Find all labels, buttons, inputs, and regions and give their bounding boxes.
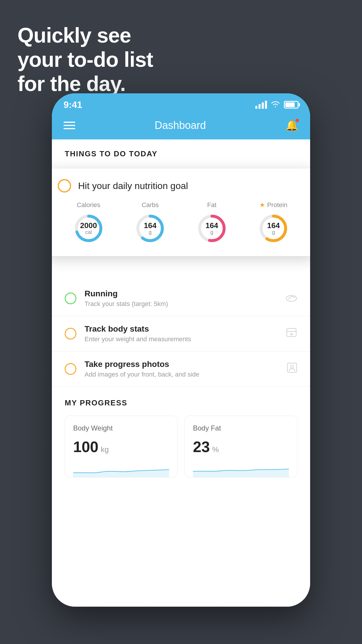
running-subtitle: Track your stats (target: 5km) <box>85 300 277 308</box>
body-fat-chart <box>193 463 289 477</box>
body-fat-card-title: Body Fat <box>193 424 289 432</box>
app-title: Dashboard <box>154 119 206 132</box>
running-title: Running <box>85 289 277 298</box>
body-weight-card-title: Body Weight <box>73 424 169 432</box>
progress-photos-checkbox[interactable] <box>65 363 76 375</box>
person-icon <box>287 363 297 375</box>
progress-photos-text: Take progress photos Add images of your … <box>85 360 279 378</box>
menu-icon[interactable] <box>64 122 75 129</box>
progress-cards: Body Weight 100 kg Body Fat <box>65 416 297 477</box>
app-content: THINGS TO DO TODAY Hit your daily nutrit… <box>52 139 310 607</box>
star-icon: ★ <box>259 201 265 209</box>
signal-icon <box>255 101 267 109</box>
protein-item: ★ Protein 164 g <box>257 201 289 244</box>
body-stats-checkbox[interactable] <box>65 328 76 340</box>
protein-unit: g <box>267 229 280 235</box>
body-weight-number: 100 <box>73 438 99 456</box>
body-stats-text: Track body stats Enter your weight and m… <box>85 324 277 343</box>
body-weight-chart <box>73 463 169 477</box>
protein-value: 164 <box>267 222 280 229</box>
running-checkbox[interactable] <box>65 293 76 304</box>
status-bar: 9:41 <box>52 93 310 114</box>
calories-value: 2000 <box>80 222 97 229</box>
body-weight-value-container: 100 kg <box>73 438 169 456</box>
phone-mockup: 9:41 Dashboard 🔔 <box>52 93 310 607</box>
scale-icon <box>286 327 297 340</box>
fat-label: Fat <box>207 201 217 209</box>
nutrition-checkbox[interactable] <box>58 179 71 192</box>
body-weight-card: Body Weight 100 kg <box>65 416 178 477</box>
status-time: 9:41 <box>64 99 82 110</box>
carbs-label: Carbs <box>142 201 159 209</box>
carbs-unit: g <box>144 229 157 235</box>
progress-photos-subtitle: Add images of your front, back, and side <box>85 371 279 378</box>
fat-donut: 164 g <box>196 212 228 244</box>
carbs-item: Carbs 164 g <box>134 201 166 244</box>
running-text: Running Track your stats (target: 5km) <box>85 289 277 308</box>
running-icon <box>286 293 297 304</box>
calories-label: Calories <box>77 201 100 209</box>
fat-unit: g <box>205 229 218 235</box>
progress-section: MY PROGRESS Body Weight 100 kg <box>52 398 310 477</box>
body-fat-card: Body Fat 23 % <box>184 416 297 477</box>
svg-point-11 <box>291 333 292 335</box>
calories-item: Calories 2000 cal <box>73 201 105 244</box>
body-stats-subtitle: Enter your weight and measurements <box>85 335 277 343</box>
calories-donut: 2000 cal <box>73 212 105 244</box>
body-fat-number: 23 <box>193 438 210 456</box>
carbs-donut: 164 g <box>134 212 166 244</box>
progress-header: MY PROGRESS <box>65 398 297 407</box>
fat-value: 164 <box>205 222 218 229</box>
nutrition-card: Hit your daily nutrition goal Calories 2… <box>52 169 310 256</box>
fat-item: Fat 164 g <box>196 201 228 244</box>
todo-list: Running Track your stats (target: 5km) T… <box>52 281 310 387</box>
things-to-do-header: THINGS TO DO TODAY <box>52 139 310 164</box>
hero-headline: Quickly see your to-do list for the day. <box>17 23 153 96</box>
carbs-value: 164 <box>144 222 157 229</box>
nutrition-circles: Calories 2000 cal Carbs <box>58 201 304 244</box>
progress-photos-title: Take progress photos <box>85 360 279 369</box>
status-icons <box>255 100 298 109</box>
notification-bell-icon[interactable]: 🔔 <box>285 119 298 132</box>
nutrition-card-title: Hit your daily nutrition goal <box>78 181 188 191</box>
battery-icon <box>284 101 298 108</box>
protein-donut: 164 g <box>257 212 289 244</box>
svg-point-13 <box>291 365 294 368</box>
wifi-icon <box>271 100 280 109</box>
body-fat-value-container: 23 % <box>193 438 289 456</box>
todo-item-body-stats[interactable]: Track body stats Enter your weight and m… <box>52 316 310 351</box>
app-header: Dashboard 🔔 <box>52 114 310 139</box>
notification-dot <box>295 118 300 123</box>
protein-label: ★ Protein <box>259 201 287 209</box>
todo-item-progress-photos[interactable]: Take progress photos Add images of your … <box>52 351 310 387</box>
todo-item-running[interactable]: Running Track your stats (target: 5km) <box>52 281 310 316</box>
body-fat-unit: % <box>212 445 219 454</box>
body-stats-title: Track body stats <box>85 324 277 334</box>
calories-unit: cal <box>80 229 97 235</box>
body-weight-unit: kg <box>101 445 109 454</box>
